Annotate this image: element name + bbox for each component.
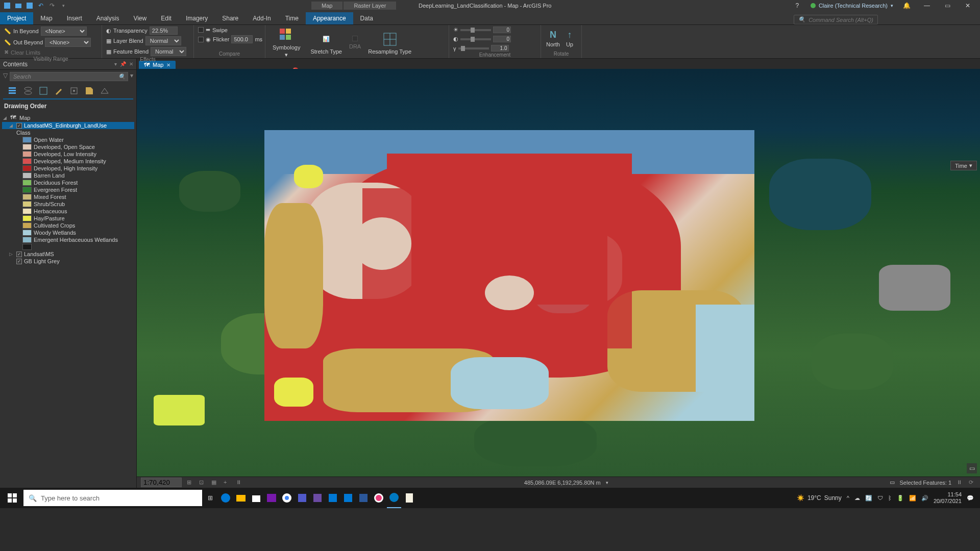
time-panel-button[interactable]: Time ▾ <box>950 161 977 170</box>
word-icon[interactable] <box>356 488 371 508</box>
legend-item[interactable]: Woody Wetlands <box>2 229 134 236</box>
selected-features-label[interactable]: Selected Features: 1 <box>900 480 952 486</box>
swipe-check[interactable] <box>198 27 204 33</box>
search-icon[interactable]: 🔍 <box>118 73 126 80</box>
taskbar-search[interactable]: 🔍Type here to search <box>23 490 202 506</box>
undo-icon[interactable]: ↶ <box>37 2 45 10</box>
tray-sync-icon[interactable]: 🔄 <box>865 495 872 502</box>
legend-item[interactable]: Evergreen Forest <box>2 186 134 193</box>
start-button[interactable] <box>2 488 22 508</box>
legend-item[interactable]: Hay/Pasture <box>2 215 134 222</box>
legend-item[interactable]: Mixed Forest <box>2 193 134 201</box>
scale-input[interactable] <box>141 478 182 487</box>
tray-bluetooth-icon[interactable]: ᛒ <box>888 495 892 501</box>
sb-grid-icon[interactable]: ▦ <box>211 479 218 486</box>
chrome-icon[interactable] <box>280 488 294 508</box>
save-icon[interactable] <box>26 2 34 10</box>
gamma-spinner[interactable] <box>491 45 509 52</box>
outlook-icon[interactable] <box>341 488 355 508</box>
search-options-icon[interactable]: ▾ <box>130 72 133 81</box>
gamma-slider[interactable] <box>458 47 489 49</box>
tray-chevron-icon[interactable]: ^ <box>847 495 849 501</box>
layer-blend-control[interactable]: ▦ Layer Blend Normal <box>105 36 182 46</box>
itunes-icon[interactable] <box>372 488 386 508</box>
tab-view[interactable]: View <box>126 12 154 24</box>
toc-layer-landuse[interactable]: ◢✓LandsatMS_Edinburgh_LandUse <box>2 122 134 129</box>
tab-appearance[interactable]: Appearance <box>306 12 353 24</box>
coordinates-display[interactable]: 485,086.09E 6,192,295.80N m <box>524 480 601 486</box>
clock[interactable]: 11:5420/07/2021 <box>934 491 962 505</box>
close-button[interactable]: ✕ <box>961 1 975 11</box>
legend-item[interactable]: Cultivated Crops <box>2 222 134 229</box>
weather-widget[interactable]: ☀️19°C Sunny <box>797 494 842 502</box>
minimize-button[interactable]: — <box>920 1 934 11</box>
toc-layer-gb-light-grey[interactable]: ▷✓GB Light Grey <box>2 258 134 265</box>
layer-blend-combo[interactable]: Normal <box>145 36 181 45</box>
resampling-button[interactable]: Resampling Type <box>364 30 415 56</box>
legend-item[interactable]: Barren Land <box>2 172 134 179</box>
legend-item[interactable]: Open Water <box>2 136 134 143</box>
tray-wifi-icon[interactable]: 📶 <box>909 495 916 502</box>
file-explorer-icon[interactable] <box>234 488 248 508</box>
contents-search-input[interactable]: Search🔍 <box>10 72 128 81</box>
legend-item[interactable]: Developed, High Intensity <box>2 165 134 172</box>
notifications-icon[interactable]: 🔔 <box>899 1 914 11</box>
feature-blend-combo[interactable]: Normal <box>151 47 186 56</box>
tray-volume-icon[interactable]: 🔊 <box>921 495 928 502</box>
sb-dynamic-icon[interactable]: + <box>224 479 231 486</box>
command-search[interactable]: 🔍 Command Search (Alt+Q) <box>794 15 878 24</box>
contrast-slider[interactable] <box>460 38 491 40</box>
sb-refresh-icon[interactable]: ⟳ <box>969 479 976 486</box>
rotate-north-button[interactable]: NNorth <box>544 29 562 48</box>
flicker-input[interactable] <box>231 35 253 43</box>
brightness-control[interactable]: ☀ <box>452 26 512 34</box>
new-project-icon[interactable] <box>3 2 11 10</box>
swipe-button[interactable]: ⬌ Swipe <box>197 26 229 34</box>
tab-insert[interactable]: Insert <box>60 12 89 24</box>
clear-limits-button[interactable]: ✖ Clear Limits <box>3 48 41 56</box>
in-beyond-control[interactable]: 📏 In Beyond <None> <box>3 26 88 36</box>
toc-tab-perspective[interactable] <box>99 85 110 96</box>
toc-tab-source[interactable] <box>22 85 34 96</box>
toc-tab-editing[interactable] <box>53 85 64 96</box>
toc-tab-selection[interactable] <box>38 85 49 96</box>
notepad-icon[interactable] <box>402 488 416 508</box>
tab-analysis[interactable]: Analysis <box>89 12 127 24</box>
sb-snapping-icon[interactable]: ⊡ <box>199 479 206 486</box>
brightness-spinner[interactable] <box>493 27 511 33</box>
tab-add-in[interactable]: Add-In <box>246 12 278 24</box>
teams-icon[interactable] <box>295 488 309 508</box>
expander-icon[interactable]: ◢ <box>3 115 8 120</box>
user-badge[interactable]: Claire (Technical Research) ▾ <box>811 3 893 9</box>
coords-dropdown-icon[interactable]: ▾ <box>606 480 608 485</box>
tray-security-icon[interactable]: 🛡 <box>877 495 883 501</box>
tab-data[interactable]: Data <box>353 12 380 24</box>
flicker-button[interactable]: ◉ Flicker ms <box>197 35 263 44</box>
app-icon-1[interactable] <box>310 488 325 508</box>
context-tab-map[interactable]: Map <box>311 2 342 10</box>
tab-share[interactable]: Share <box>215 12 246 24</box>
tab-imagery[interactable]: Imagery <box>179 12 215 24</box>
transparency-control[interactable]: ◐ Transparency <box>105 26 179 35</box>
gamma-control[interactable]: γ <box>452 44 510 52</box>
task-view-icon[interactable]: ⊞ <box>203 488 217 508</box>
open-project-icon[interactable] <box>14 2 22 10</box>
sb-pause2-icon[interactable]: ⏸ <box>957 479 964 486</box>
store-icon[interactable] <box>249 488 263 508</box>
toc-tab-drawing-order[interactable] <box>7 85 18 96</box>
legend-item[interactable]: Developed, Open Space <box>2 143 134 151</box>
layer-checkbox[interactable]: ✓ <box>16 252 22 257</box>
legend-item[interactable]: Emergent Herbaceuous Wetlands <box>2 236 134 243</box>
expander-icon[interactable]: ◢ <box>9 123 14 128</box>
legend-item[interactable]: Developed, Low Intensity <box>2 151 134 158</box>
in-beyond-combo[interactable]: <None> <box>41 27 87 36</box>
tray-battery-icon[interactable]: 🔋 <box>897 495 904 502</box>
legend-item[interactable]: Shrub/Scrub <box>2 201 134 208</box>
feature-blend-control[interactable]: ▦ Feature Blend Normal <box>105 46 187 57</box>
out-beyond-combo[interactable]: <None> <box>45 38 91 47</box>
sb-pause-icon[interactable]: ⏸ <box>236 479 243 486</box>
toc-map-node[interactable]: ◢🗺Map <box>2 114 134 122</box>
vscode-icon[interactable] <box>326 488 340 508</box>
expander-icon[interactable]: ▷ <box>9 252 14 257</box>
arcgis-icon[interactable] <box>387 488 401 508</box>
